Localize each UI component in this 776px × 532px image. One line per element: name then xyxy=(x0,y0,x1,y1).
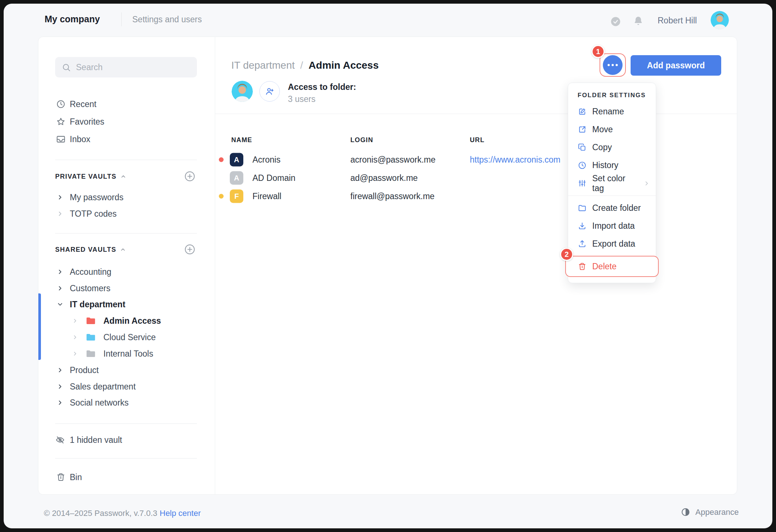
chevron-right-icon xyxy=(72,318,78,324)
more-button-highlight xyxy=(600,53,626,77)
chevron-up-icon[interactable] xyxy=(120,247,126,253)
private-vaults-header: PRIVATE VAULTS xyxy=(38,168,215,185)
appearance-contrast-icon xyxy=(681,507,691,517)
sidebar-section-divider xyxy=(55,233,197,233)
sidebar-item-totp-codes[interactable]: TOTP codes xyxy=(38,205,215,222)
invite-user-button[interactable] xyxy=(259,81,280,102)
vault-label: Customers xyxy=(70,284,110,293)
password-row-acronis[interactable]: A Acronis acronis@passwork.me https://ww… xyxy=(215,151,737,169)
check-circle-icon[interactable] xyxy=(610,16,621,27)
sidebar-item-cloud-service[interactable]: Cloud Service xyxy=(38,329,215,346)
password-login: acronis@passwork.me xyxy=(350,155,435,165)
sidebar-item-recent[interactable]: Recent xyxy=(38,96,215,113)
password-url-link[interactable]: https://www.acronis.com xyxy=(470,155,560,165)
breadcrumb-separator: / xyxy=(300,60,303,71)
rename-icon xyxy=(578,107,587,116)
sidebar-item-label: 1 hidden vault xyxy=(70,435,122,445)
sidebar-item-inbox[interactable]: Inbox xyxy=(38,131,215,148)
add-shared-vault-button[interactable] xyxy=(184,243,196,255)
settings-and-users-link[interactable]: Settings and users xyxy=(132,15,202,24)
menu-item-history[interactable]: History xyxy=(568,156,656,174)
menu-item-label: History xyxy=(592,160,619,170)
menu-item-import-data[interactable]: Import data xyxy=(568,217,656,235)
sidebar-item-favorites[interactable]: Favorites xyxy=(38,113,215,130)
import-download-icon xyxy=(578,221,587,231)
notifications-bell-icon[interactable] xyxy=(633,15,644,26)
help-center-link[interactable]: Help center xyxy=(160,509,201,518)
copyright-text: © 2014–2025 Passwork, v.7.0.3 xyxy=(44,509,157,518)
chevron-right-icon xyxy=(57,399,64,406)
menu-item-rename[interactable]: Rename xyxy=(568,103,656,121)
export-upload-icon xyxy=(578,239,587,248)
folder-icon-blue xyxy=(85,332,96,343)
breadcrumb-parent[interactable]: IT department xyxy=(231,60,295,71)
sidebar-item-my-passwords[interactable]: My passwords xyxy=(38,189,215,206)
chevron-right-icon xyxy=(57,367,64,374)
password-row-ad-domain[interactable]: A AD Domain ad@passwork.me xyxy=(215,169,737,187)
password-name: AD Domain xyxy=(252,173,296,183)
search-input[interactable] xyxy=(76,62,190,72)
sidebar-item-bin[interactable]: Bin xyxy=(38,469,215,486)
content-divider xyxy=(215,114,737,114)
access-to-folder-count[interactable]: 3 users xyxy=(288,94,315,104)
chevron-right-icon xyxy=(643,180,650,187)
sidebar-item-accounting[interactable]: Accounting xyxy=(38,263,215,280)
menu-item-delete[interactable]: 2 Delete xyxy=(565,256,659,277)
menu-item-label: Delete xyxy=(592,262,616,271)
password-icon: A xyxy=(230,153,243,167)
menu-item-label: Import data xyxy=(592,221,635,231)
sidebar-item-label: Recent xyxy=(70,99,96,109)
menu-item-export-data[interactable]: Export data xyxy=(568,235,656,253)
folder-outline-icon xyxy=(578,204,587,213)
user-avatar[interactable] xyxy=(711,11,729,29)
sidebar-item-label: Inbox xyxy=(70,134,90,144)
copy-icon xyxy=(578,143,587,152)
sidebar-item-customers[interactable]: Customers xyxy=(38,280,215,297)
password-login: firewall@passwork.me xyxy=(350,191,434,201)
add-password-button[interactable]: Add password xyxy=(631,55,721,76)
folder-more-button[interactable] xyxy=(603,55,623,75)
menu-item-copy[interactable]: Copy xyxy=(568,138,656,156)
appearance-label: Appearance xyxy=(695,508,739,517)
sidebar-item-sales-department[interactable]: Sales department xyxy=(38,378,215,395)
menu-item-move[interactable]: Move xyxy=(568,121,656,138)
menu-item-create-folder[interactable]: Create folder xyxy=(568,199,656,217)
history-clock-icon xyxy=(578,161,587,170)
folder-member-avatar[interactable] xyxy=(232,81,253,102)
password-name: Acronis xyxy=(252,155,281,165)
menu-item-label: Move xyxy=(592,125,613,134)
vault-label: Product xyxy=(70,365,99,375)
sidebar-item-label: Bin xyxy=(70,472,82,482)
column-header-url: URL xyxy=(470,136,484,144)
sidebar-item-product[interactable]: Product xyxy=(38,362,215,379)
password-name: Firewall xyxy=(252,191,281,201)
chevron-up-icon[interactable] xyxy=(120,174,126,180)
eye-off-icon xyxy=(55,435,65,445)
menu-item-set-color-tag[interactable]: Set color tag xyxy=(568,174,656,192)
chevron-right-icon xyxy=(57,210,64,217)
password-row-firewall[interactable]: F Firewall firewall@passwork.me xyxy=(215,187,737,205)
inbox-icon xyxy=(56,134,66,144)
menu-item-label: Rename xyxy=(592,107,624,117)
sidebar-section-divider xyxy=(55,423,197,424)
sidebar-item-admin-access[interactable]: Admin Access xyxy=(38,312,215,329)
folder-icon-red xyxy=(85,315,96,327)
appearance-toggle[interactable]: Appearance xyxy=(681,507,739,517)
menu-item-label: Set color tag xyxy=(592,174,638,193)
sidebar-item-hidden-vault[interactable]: 1 hidden vault xyxy=(38,432,215,448)
access-to-folder-title: Access to folder: xyxy=(288,82,356,92)
sidebar-item-it-department[interactable]: IT department xyxy=(38,296,215,313)
sidebar-item-label: Favorites xyxy=(70,117,104,127)
trash-icon xyxy=(578,262,587,271)
add-private-vault-button[interactable] xyxy=(184,170,196,182)
step-badge-1: 1 xyxy=(591,45,605,58)
column-header-name: NAME xyxy=(231,136,252,144)
user-name[interactable]: Robert Hill xyxy=(658,16,697,26)
menu-item-label: Create folder xyxy=(592,203,641,213)
color-tag-yellow xyxy=(219,194,224,199)
chevron-down-icon xyxy=(57,301,64,308)
vault-label: Accounting xyxy=(70,267,111,277)
sidebar-item-social-networks[interactable]: Social networks xyxy=(38,394,215,411)
color-tag-none xyxy=(219,176,224,180)
sidebar-item-internal-tools[interactable]: Internal Tools xyxy=(38,345,215,362)
